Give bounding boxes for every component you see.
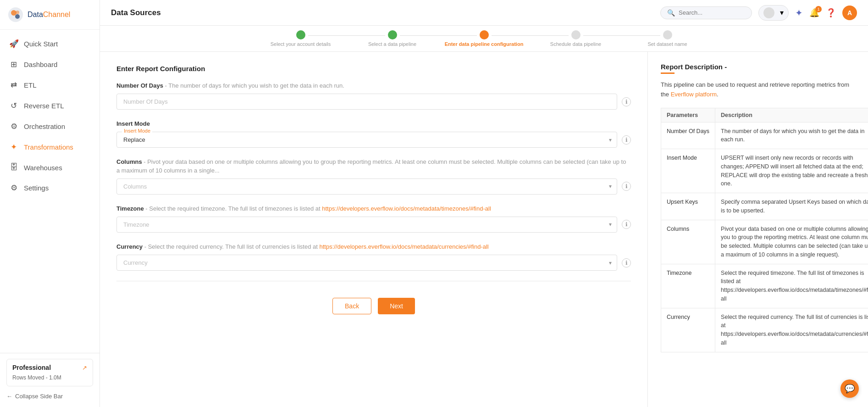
select-wrapper-timezone: Timezone ▾ (116, 217, 617, 233)
user-dropdown[interactable]: ▾ (758, 5, 789, 21)
sidebar-item-label: Orchestration (24, 123, 65, 130)
step-dot-dataset (663, 30, 672, 39)
info-icon-columns[interactable]: ℹ (622, 182, 631, 191)
field-label-timezone: Timezone - Select the required timezone.… (116, 205, 631, 213)
form-panel: Enter Report Configuration Number Of Day… (100, 52, 648, 407)
select-wrapper-columns: Columns ▾ (116, 178, 617, 195)
step-config: Enter data pipeline configuration (438, 30, 530, 47)
field-group-columns: Columns - Pivot your data based on one o… (116, 158, 631, 194)
param-name: Currency (661, 308, 715, 352)
info-icon-insert-mode[interactable]: ℹ (622, 135, 631, 145)
table-row: Insert ModeUPSERT will insert only new r… (661, 149, 868, 193)
sidebar-item-quick-start[interactable]: 🚀 Quick Start (0, 33, 100, 54)
sidebar-item-settings[interactable]: ⚙ Settings (0, 178, 100, 198)
spark-icon[interactable]: ✦ (795, 7, 803, 18)
rocket-icon: 🚀 (9, 39, 18, 49)
timezone-select[interactable]: Timezone (116, 217, 617, 233)
sidebar-item-etl[interactable]: ⇄ ETL (0, 75, 100, 95)
chat-bubble[interactable]: 💬 (840, 379, 859, 398)
params-col-header: Parameters (661, 108, 715, 122)
insert-mode-floating-label: Insert Mode (122, 128, 152, 134)
field-row-number-of-days: ℹ (116, 94, 631, 110)
title-underline (661, 72, 674, 74)
sidebar-item-orchestration[interactable]: ⚙ Orchestration (0, 116, 100, 137)
sidebar-footer: Professional ↗ Rows Moved - 1.0M ← Colla… (0, 353, 100, 407)
timezone-link[interactable]: https://developers.everflow.io/docs/meta… (322, 205, 491, 212)
chat-icon: 💬 (845, 384, 855, 394)
field-label-currency: Currency - Select the required currency.… (116, 243, 631, 251)
everflow-link[interactable]: Everflow platform (671, 91, 717, 98)
logo-icon (7, 6, 24, 23)
steps-bar: Select your account details Select a dat… (100, 26, 868, 52)
field-row-currency: Currency ▾ ℹ (116, 255, 631, 271)
logo-text: DataChannel (28, 11, 70, 19)
collapse-label: Collapse Side Bar (15, 393, 63, 400)
settings-icon: ⚙ (9, 183, 18, 193)
param-description: Pivot your data based on one or multiple… (715, 220, 868, 264)
number-of-days-input[interactable] (116, 94, 617, 110)
page-title: Data Sources (111, 8, 161, 17)
step-label-config: Enter data pipeline configuration (445, 41, 524, 47)
currency-link[interactable]: https://developers.everflow.io/docs/meta… (319, 243, 488, 250)
form-actions: Back Next (116, 290, 631, 322)
step-label-account: Select your account details (271, 41, 331, 47)
search-icon: 🔍 (667, 9, 675, 17)
table-row: Upsert KeysSpecify comma separated Upser… (661, 193, 868, 220)
field-label-insert-mode: Insert Mode (116, 120, 631, 128)
table-row: Number Of DaysThe number of days for whi… (661, 122, 868, 149)
param-name: Number Of Days (661, 122, 715, 149)
sidebar-item-label: Settings (24, 184, 49, 192)
sidebar-item-reverse-etl[interactable]: ↺ Reverse ETL (0, 95, 100, 116)
sidebar-item-label: Reverse ETL (24, 102, 64, 110)
insert-mode-select[interactable]: Replace UPSERT APPEND (116, 132, 617, 148)
info-icon-number-of-days[interactable]: ℹ (622, 97, 631, 106)
sidebar-item-dashboard[interactable]: ⊞ Dashboard (0, 54, 100, 75)
user-avatar-circle[interactable]: A (842, 6, 857, 20)
etl-icon: ⇄ (9, 80, 18, 90)
info-icon-timezone[interactable]: ℹ (622, 220, 631, 229)
external-link-icon[interactable]: ↗ (82, 364, 87, 371)
param-name: Columns (661, 220, 715, 264)
chevron-down-icon: ▾ (780, 8, 784, 17)
step-label-pipeline: Select a data pipeline (368, 41, 416, 47)
field-row-insert-mode: Insert Mode Replace UPSERT APPEND ▾ ℹ (116, 132, 631, 148)
back-button[interactable]: Back (332, 298, 371, 314)
help-icon: ❓ (826, 8, 836, 17)
field-row-timezone: Timezone ▾ ℹ (116, 217, 631, 233)
help-button[interactable]: ❓ (826, 8, 836, 18)
collapse-sidebar-button[interactable]: ← Collapse Side Bar (6, 391, 93, 401)
sidebar-item-transformations[interactable]: ✦ Transformations (0, 137, 100, 157)
param-name: Insert Mode (661, 149, 715, 193)
description-title: Report Description - (661, 63, 855, 71)
parameters-table: Parameters Description Number Of DaysThe… (661, 108, 868, 352)
sidebar-item-label: Warehouses (24, 164, 62, 172)
svg-point-3 (16, 11, 19, 14)
step-schedule: Schedule data pipeline (530, 30, 622, 47)
field-label-number-of-days: Number Of Days - The number of days for … (116, 82, 631, 90)
param-description: UPSERT will insert only new records or r… (715, 149, 868, 193)
sidebar-nav: 🚀 Quick Start ⊞ Dashboard ⇄ ETL ↺ Revers… (0, 30, 100, 353)
next-button[interactable]: Next (378, 298, 415, 314)
topbar-right: 🔍 ▾ ✦ 🔔 1 ❓ A (660, 5, 857, 21)
transformations-icon: ✦ (9, 142, 18, 152)
param-description: Select the required timezone. The full l… (715, 264, 868, 308)
sidebar-item-label: Dashboard (24, 61, 57, 68)
logo: DataChannel (0, 0, 100, 30)
step-pipeline: Select a data pipeline (347, 30, 438, 47)
orchestration-icon: ⚙ (9, 122, 18, 131)
param-description: Select the required currency. The full l… (715, 308, 868, 352)
step-dot-schedule (571, 30, 581, 39)
info-icon-currency[interactable]: ℹ (622, 258, 631, 268)
content-area: Enter Report Configuration Number Of Day… (100, 52, 868, 407)
columns-select[interactable]: Columns (116, 178, 617, 195)
currency-select[interactable]: Currency (116, 255, 617, 271)
notifications-button[interactable]: 🔔 1 (809, 8, 819, 18)
collapse-arrow-icon: ← (6, 393, 12, 400)
field-row-columns: Columns ▾ ℹ (116, 178, 631, 195)
professional-box: Professional ↗ Rows Moved - 1.0M (6, 359, 93, 386)
search-input[interactable] (679, 9, 743, 16)
field-group-timezone: Timezone - Select the required timezone.… (116, 205, 631, 233)
step-dataset: Set dataset name (622, 30, 713, 47)
search-box[interactable]: 🔍 (660, 6, 752, 19)
sidebar-item-warehouses[interactable]: 🗄 Warehouses (0, 157, 100, 178)
